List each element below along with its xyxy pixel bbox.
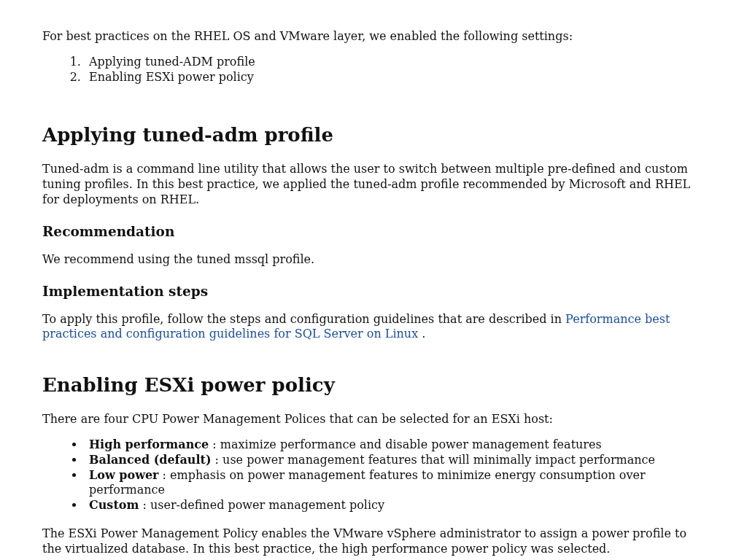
list-item: Custom : user-defined power management p…	[85, 498, 705, 513]
document-page: For best practices on the RHEL OS and VM…	[0, 0, 747, 560]
implementation-tail-text: .	[418, 327, 425, 341]
section1-body: Tuned-adm is a command line utility that…	[42, 162, 705, 207]
policy-name: Low power	[89, 468, 159, 482]
section2-body2: The ESXi Power Management Policy enables…	[42, 526, 705, 557]
recommendation-body: We recommend using the tuned mssql profi…	[42, 252, 705, 268]
implementation-steps-heading: Implementation steps	[42, 284, 705, 299]
intro-ordered-list: Applying tuned-ADM profile Enabling ESXi…	[42, 55, 705, 85]
policy-desc: : emphasis on power management features …	[89, 468, 646, 497]
list-item: Enabling ESXi power policy	[85, 70, 705, 85]
list-item: Applying tuned-ADM profile	[85, 55, 705, 70]
policy-name: Custom	[89, 498, 139, 512]
section2-intro: There are four CPU Power Management Poli…	[42, 412, 705, 427]
list-item: Low power : emphasis on power management…	[85, 468, 705, 499]
policy-desc: : maximize performance and disable power…	[209, 438, 601, 451]
list-item: Balanced (default) : use power managemen…	[85, 453, 705, 468]
policy-desc: : use power management features that wil…	[212, 453, 655, 467]
section-heading-tuned-adm: Applying tuned-adm profile	[42, 124, 705, 146]
intro-paragraph: For best practices on the RHEL OS and VM…	[42, 29, 705, 44]
recommendation-heading: Recommendation	[42, 224, 705, 239]
policy-desc: : user-defined power management policy	[139, 498, 384, 512]
list-item: High performance : maximize performance …	[85, 438, 705, 453]
policy-name: High performance	[89, 438, 209, 451]
policy-name: Balanced (default)	[89, 453, 212, 467]
implementation-lead-text: To apply this profile, follow the steps …	[42, 312, 565, 326]
implementation-body: To apply this profile, follow the steps …	[42, 312, 705, 343]
power-policies-list: High performance : maximize performance …	[42, 438, 705, 513]
section-heading-esxi: Enabling ESXi power policy	[42, 374, 705, 396]
